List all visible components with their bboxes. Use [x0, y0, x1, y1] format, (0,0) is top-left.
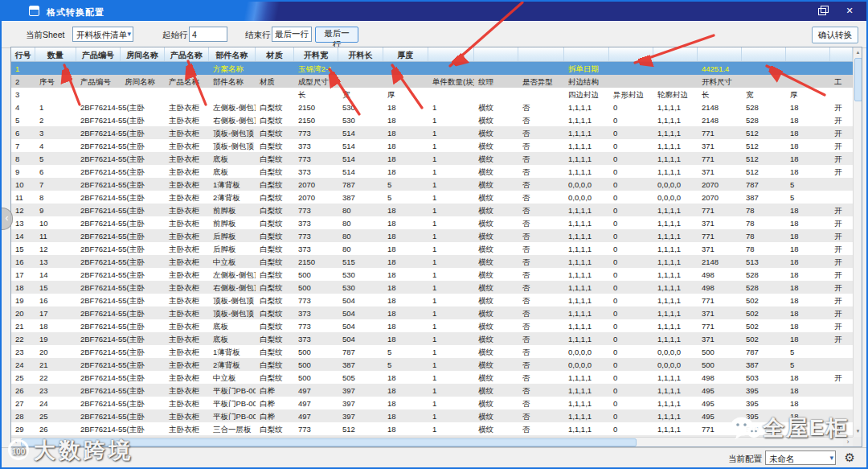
last-row-button[interactable]: 最后一行 — [315, 27, 358, 43]
table-row[interactable]: 25222BF76214-55(主卧主卧衣柜中立板白梨纹500505181横纹否… — [11, 371, 853, 384]
app-header-cell[interactable]: 数量 — [35, 47, 76, 61]
table-cell: 24 — [35, 397, 76, 409]
table-cell — [121, 126, 165, 139]
app-header-cell[interactable]: 开料宽 — [294, 47, 338, 61]
table-cell: 右侧板-侧包顶 — [209, 281, 256, 294]
close-button[interactable]: ✕ — [837, 2, 862, 20]
app-header-cell[interactable] — [428, 47, 474, 61]
table-cell: 2BF76214-55(主卧 — [76, 358, 121, 371]
table-row[interactable]: 24212BF76214-55(主卧主卧衣柜2薄背板白梨纹50038751横纹否… — [11, 358, 853, 371]
app-header-cell[interactable] — [518, 47, 564, 61]
table-row[interactable]: 1182BF76214-55(主卧主卧衣柜2薄背板白梨纹207038751横纹否… — [11, 191, 853, 204]
table-cell: 方案名称 — [209, 62, 256, 75]
table-row[interactable]: 19162BF76214-55(主卧主卧衣柜顶板-侧包顶白梨纹773504181… — [11, 294, 853, 306]
table-cell: 2BF76214-55(主卧 — [76, 384, 121, 397]
v-scrollbar[interactable]: ▲ ▼ — [853, 47, 862, 437]
table-cell: 0,0,0,0 — [564, 191, 609, 204]
table-cell: 1,1,1,1 — [564, 422, 609, 435]
table-row[interactable]: 27242BF76214-55(主卧主卧衣柜平板门PB-001白桦4973971… — [11, 397, 853, 409]
table-row[interactable]: 14112BF76214-55(主卧主卧衣柜后脚板白梨纹77380181横纹否1… — [11, 229, 853, 242]
table-row[interactable]: 29262BF76214-55(主卧主卧衣柜三合一层板白梨纹773512181横… — [11, 422, 853, 435]
table-row[interactable]: 412BF76214-55(主卧主卧衣柜左侧板-侧包顶白梨纹2150530181… — [11, 101, 853, 113]
app-header-cell[interactable] — [742, 47, 786, 61]
app-header-cell[interactable]: 厚度 — [383, 47, 428, 61]
table-row[interactable]: 3长宽厚四边封边异形封边轮廓封边长宽厚 — [11, 88, 853, 101]
table-cell: 材质 — [256, 75, 294, 88]
app-header-cell[interactable]: 部件名称 — [209, 47, 256, 61]
start-row-input[interactable] — [189, 27, 227, 42]
table-row[interactable]: 17142BF76214-55(主卧主卧衣柜左侧板-侧包顶白梨纹50053018… — [11, 268, 853, 281]
app-header-cell[interactable]: 产品编号 — [76, 47, 121, 61]
table-row[interactable]: 28252BF76214-55(主卧主卧衣柜平板门PB-001白桦4973971… — [11, 409, 853, 422]
app-header-cell[interactable]: 开料长 — [338, 47, 383, 61]
table-row[interactable]: 23202BF76214-55(主卧主卧衣柜1薄背板白梨纹50078751横纹否… — [11, 345, 853, 358]
table-row[interactable]: 1方案名称玉锦湾2-1拆单日期44251.4 — [11, 62, 853, 75]
chevron-down-icon: ▾ — [127, 30, 131, 38]
table-cell: 白梨纹 — [256, 165, 294, 178]
app-header-cell[interactable] — [786, 47, 830, 61]
table-row[interactable]: 632BF76214-55(主卧主卧衣柜顶板-侧包顶白梨纹773514181横纹… — [11, 126, 853, 139]
table-cell: 2070 — [698, 191, 742, 204]
table-cell: 主卧衣柜 — [165, 371, 209, 384]
v-scroll-thumb[interactable] — [854, 58, 862, 101]
table-cell: 底板 — [209, 152, 256, 165]
table-cell — [121, 268, 165, 281]
table-row[interactable]: 15122BF76214-55(主卧主卧衣柜后脚板白梨纹37380181横纹否1… — [11, 242, 853, 255]
gear-icon[interactable]: ⚙ — [845, 450, 855, 465]
table-cell: 否 — [518, 255, 564, 268]
table-cell: 横纹 — [474, 139, 518, 152]
table-cell: 27 — [11, 397, 35, 409]
toolbar: 当前Sheet 开料板件清单 ▾ 起始行 结束行 最后一行 确认转换 — [2, 21, 866, 48]
sheet-select[interactable]: 开料板件清单 ▾ — [72, 27, 133, 42]
table-cell: 0 — [609, 306, 653, 319]
confirm-convert-button[interactable]: 确认转换 — [812, 27, 858, 43]
table-row[interactable]: 522BF76214-55(主卧主卧衣柜右侧板-侧包顶白梨纹2150530181… — [11, 113, 853, 126]
app-header-cell[interactable]: 房间名称 — [121, 47, 165, 61]
restore-button[interactable] — [810, 2, 834, 20]
table-cell: 495 — [698, 384, 742, 397]
table-cell: 18 — [383, 294, 428, 306]
table-row[interactable]: 962BF76214-55(主卧主卧衣柜底板白梨纹373514181横纹否1,1… — [11, 165, 853, 178]
table-row[interactable]: 20172BF76214-55(主卧主卧衣柜顶板-侧包顶白梨纹373504181… — [11, 306, 853, 319]
table-row[interactable]: 18152BF76214-55(主卧主卧衣柜右侧板-侧包顶白梨纹50053018… — [11, 281, 853, 294]
h-scrollbar[interactable]: ‹ › — [11, 437, 853, 446]
table-cell: 18 — [383, 101, 428, 113]
scroll-down-icon[interactable]: ▼ — [854, 426, 862, 437]
app-header-cell[interactable]: 产品名称 — [165, 47, 209, 61]
app-header-cell[interactable] — [653, 47, 698, 61]
table-cell: 开 — [830, 281, 853, 294]
table-row[interactable]: 16132BF76214-55(主卧主卧衣柜中立板白梨纹2150515181横纹… — [11, 255, 853, 268]
table-cell: 0 — [609, 165, 653, 178]
table-cell — [518, 88, 564, 101]
app-header-cell[interactable]: 行号 — [11, 47, 35, 61]
app-header-cell[interactable] — [609, 47, 653, 61]
scroll-up-icon[interactable]: ▲ — [854, 47, 862, 58]
table-row[interactable]: 852BF76214-55(主卧主卧衣柜底板白梨纹773514181横纹否1,1… — [11, 152, 853, 165]
app-header-cell[interactable] — [830, 47, 853, 61]
end-row-input[interactable] — [272, 27, 312, 42]
table-row[interactable]: 742BF76214-55(主卧主卧衣柜顶板-侧包顶白梨纹373514181横纹… — [11, 139, 853, 152]
table-row[interactable]: 1072BF76214-55(主卧主卧衣柜1薄背板白梨纹207078751横纹否… — [11, 178, 853, 191]
table-cell: 0,0,0,0 — [564, 345, 609, 358]
config-select[interactable]: 未命名 ▾ — [765, 450, 836, 465]
table-cell: 26 — [35, 422, 76, 435]
table-row[interactable]: 21182BF76214-55(主卧主卧衣柜底板白梨纹773504181横纹否1… — [11, 319, 853, 332]
table-cell: 1,1,1,1 — [564, 216, 609, 229]
table-cell: 主卧衣柜 — [165, 384, 209, 397]
table-cell: 2BF76214-55(主卧 — [76, 152, 121, 165]
app-header-cell[interactable] — [474, 47, 518, 61]
table-cell: 横纹 — [474, 229, 518, 242]
app-header-cell[interactable] — [698, 47, 742, 61]
table-cell: 1,1,1,1 — [564, 113, 609, 126]
table-cell: 主卧衣柜 — [165, 294, 209, 306]
table-row[interactable]: 26232BF76214-55(主卧主卧衣柜平板门PB-001白桦4973971… — [11, 384, 853, 397]
table-cell — [338, 75, 383, 88]
app-header-cell[interactable]: 材质 — [256, 47, 294, 61]
table-row[interactable]: 2序号产品编号房间名称产品名称部件名称材质成型尺寸单件数量(块)纹理是否异型封边… — [11, 75, 853, 88]
table-row[interactable]: 13102BF76214-55(主卧主卧衣柜前脚板白梨纹37380181横纹否1… — [11, 216, 853, 229]
table-row[interactable]: 1292BF76214-55(主卧主卧衣柜前脚板白梨纹77380181横纹否1,… — [11, 204, 853, 216]
app-header-cell[interactable] — [564, 47, 609, 61]
table-cell: 18 — [786, 268, 830, 281]
table-cell — [742, 62, 786, 75]
table-row[interactable]: 22192BF76214-55(主卧主卧衣柜底板白梨纹373504181横纹否1… — [11, 332, 853, 345]
